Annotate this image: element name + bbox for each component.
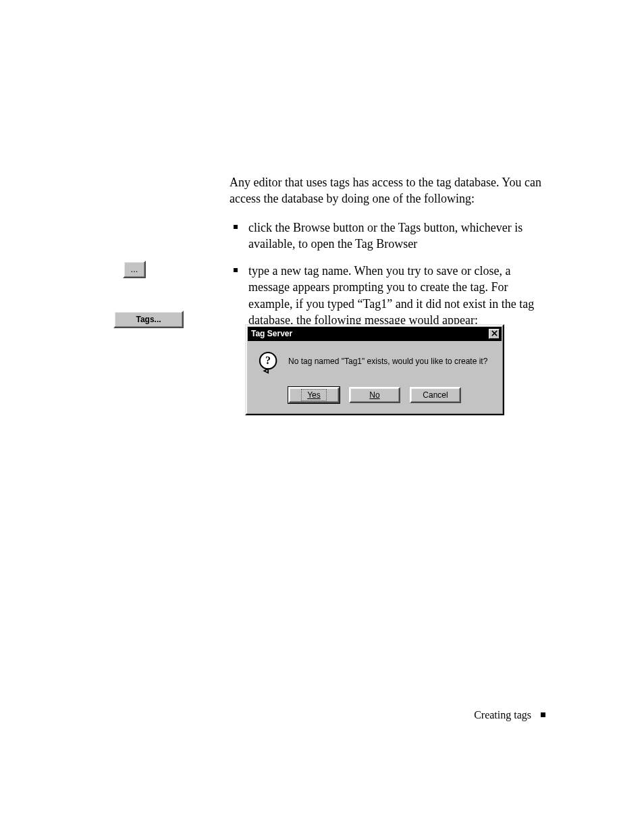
list-item-text: click the Browse button or the Tags butt… (248, 221, 522, 251)
page-footer: Creating tags (0, 708, 644, 723)
dialog-titlebar: Tag Server (248, 327, 502, 341)
dialog-title: Tag Server (251, 328, 292, 339)
list-item-text: type a new tag name. When you try to sav… (248, 264, 534, 327)
dialog-message: No tag named "Tag1" exists, would you li… (288, 356, 495, 367)
dialog-body: ? No tag named "Tag1" exists, would you … (246, 342, 503, 377)
no-button[interactable]: No (349, 387, 400, 403)
yes-button-label: Yes (307, 390, 321, 400)
svg-text:?: ? (265, 355, 271, 366)
body-text: Any editor that uses tags has access to … (230, 174, 547, 339)
list-item: type a new tag name. When you try to sav… (230, 263, 547, 328)
dialog-buttons: Yes No Cancel (246, 377, 503, 414)
tag-server-dialog: Tag Server ? (245, 324, 504, 415)
cancel-button-label: Cancel (423, 390, 448, 400)
browse-button-label: ... (131, 263, 138, 276)
close-icon (491, 328, 498, 339)
no-button-label: No (369, 390, 379, 400)
intro-paragraph: Any editor that uses tags has access to … (230, 174, 547, 207)
close-button[interactable] (489, 329, 500, 339)
dialog-container: Tag Server ? (245, 324, 504, 415)
yes-button[interactable]: Yes (288, 387, 340, 403)
question-icon: ? (259, 352, 280, 375)
tags-button[interactable]: Tags... (113, 311, 184, 328)
footer-text: Creating tags (474, 709, 531, 721)
tags-button-label: Tags... (136, 314, 161, 325)
list-item: click the Browse button or the Tags butt… (230, 219, 547, 253)
cancel-button[interactable]: Cancel (410, 387, 461, 403)
bullet-list: click the Browse button or the Tags butt… (230, 219, 547, 329)
browse-button[interactable]: ... (123, 261, 146, 278)
document-page: ... Tags... Any editor that uses tags ha… (0, 0, 644, 834)
